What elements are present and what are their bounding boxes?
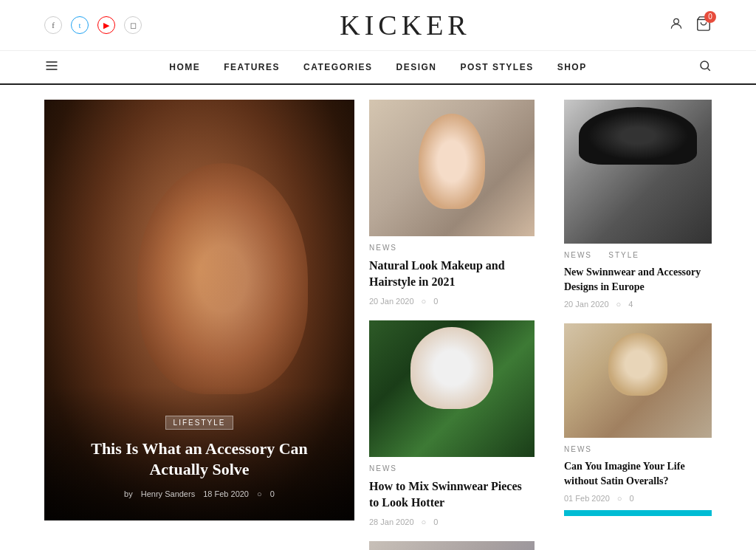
nav-item-design[interactable]: DESIGN xyxy=(396,61,437,73)
cart-icon[interactable]: 0 xyxy=(695,16,712,35)
hamburger-menu[interactable] xyxy=(44,58,59,77)
right-1-title: New Swinnwear and Accessory Designs in E… xyxy=(564,265,712,294)
nav-bar: HOME FEATURES CATEGORIES DESIGN POST STY… xyxy=(0,51,756,85)
right-1-cat-news: NEWS xyxy=(564,251,592,259)
article-2-title: How to Mix Swinnwear Pieces to Look Hott… xyxy=(369,478,535,512)
right-1-comments: 4 xyxy=(628,300,633,309)
article-2-date: 28 Jan 2020 xyxy=(369,518,414,526)
svg-line-6 xyxy=(707,68,709,70)
article-card-1[interactable]: NEWS Natural Look Makeup and Hairstyle i… xyxy=(369,100,535,306)
article-2-category: NEWS xyxy=(369,464,535,472)
featured-author-label: by xyxy=(124,489,133,498)
right-2-category: NEWS xyxy=(564,445,712,453)
featured-post[interactable]: LIFESTYLE This Is What an Accessory Can … xyxy=(44,100,354,520)
featured-meta: by Henry Sanders 18 Feb 2020 ○ 0 xyxy=(66,489,332,498)
article-2-comment-icon: ○ xyxy=(422,518,427,526)
nav-item-shop[interactable]: SHOP xyxy=(557,61,587,73)
teal-accent-bar xyxy=(564,510,712,516)
article-image-3 xyxy=(369,541,535,550)
nav-link-shop[interactable]: SHOP xyxy=(557,62,587,72)
right-1-date: 20 Jan 2020 xyxy=(564,300,609,309)
right-2-date: 01 Feb 2020 xyxy=(564,494,610,503)
article-1-title: Natural Look Makeup and Hairstyle in 202… xyxy=(369,258,535,291)
featured-comments: 0 xyxy=(270,489,275,498)
twitter-icon[interactable]: t xyxy=(71,16,89,34)
article-2-meta: 28 Jan 2020 ○ 0 xyxy=(369,518,535,526)
facebook-icon[interactable]: f xyxy=(44,16,62,34)
article-1-comment-icon: ○ xyxy=(422,297,427,306)
featured-overlay: LIFESTYLE This Is What an Accessory Can … xyxy=(44,386,354,520)
right-image-2 xyxy=(564,323,712,438)
article-1-date: 20 Jan 2020 xyxy=(369,297,414,306)
right-2-title: Can You Imagine Your Life without Satin … xyxy=(564,459,712,488)
featured-category: LIFESTYLE xyxy=(165,416,234,430)
article-2-comments: 0 xyxy=(433,518,438,526)
right-2-comments: 0 xyxy=(629,494,633,503)
header-top: f t ▶ ◻ KICKER 0 xyxy=(0,0,756,51)
cart-badge: 0 xyxy=(704,11,716,23)
right-1-category: NEWS STYLE xyxy=(564,251,712,259)
search-icon[interactable] xyxy=(698,59,712,76)
right-2-meta: 01 Feb 2020 ○ 0 xyxy=(564,494,712,503)
nav-link-design[interactable]: DESIGN xyxy=(396,62,437,72)
nav-link-home[interactable]: HOME xyxy=(169,62,200,72)
right-1-meta: 20 Jan 2020 ○ 4 xyxy=(564,300,712,309)
article-card-3[interactable] xyxy=(369,541,535,550)
right-article-1[interactable]: NEWS STYLE New Swinnwear and Accessory D… xyxy=(564,100,712,309)
nav-item-post-styles[interactable]: POST STYLES xyxy=(461,61,534,73)
article-image-1 xyxy=(369,100,535,236)
nav-links: HOME FEATURES CATEGORIES DESIGN POST STY… xyxy=(169,61,586,73)
main-content: LIFESTYLE This Is What an Accessory Can … xyxy=(0,100,756,550)
featured-author: Henry Sanders xyxy=(141,489,195,498)
right-image-1 xyxy=(564,100,712,244)
user-icon[interactable] xyxy=(669,16,684,35)
nav-item-home[interactable]: HOME xyxy=(169,61,200,73)
featured-date: 18 Feb 2020 xyxy=(203,489,249,498)
nav-link-categories[interactable]: CATEGORIES xyxy=(303,62,372,72)
middle-column: NEWS Natural Look Makeup and Hairstyle i… xyxy=(354,100,549,550)
social-icons: f t ▶ ◻ xyxy=(44,16,142,34)
article-1-comments: 0 xyxy=(433,297,438,306)
featured-comment-icon: ○ xyxy=(257,489,262,498)
nav-item-features[interactable]: FEATURES xyxy=(224,61,280,73)
nav-item-categories[interactable]: CATEGORIES xyxy=(303,61,372,73)
svg-point-5 xyxy=(701,61,709,69)
nav-link-features[interactable]: FEATURES xyxy=(224,62,280,72)
article-1-meta: 20 Jan 2020 ○ 0 xyxy=(369,297,535,306)
article-image-2 xyxy=(369,320,535,457)
youtube-icon[interactable]: ▶ xyxy=(97,16,115,34)
article-card-2[interactable]: NEWS How to Mix Swinnwear Pieces to Look… xyxy=(369,320,535,526)
site-logo[interactable]: KICKER xyxy=(142,9,669,41)
right-1-cat-style: STYLE xyxy=(608,251,639,259)
right-1-comment-icon: ○ xyxy=(616,300,622,309)
instagram-icon[interactable]: ◻ xyxy=(124,16,142,34)
nav-link-post-styles[interactable]: POST STYLES xyxy=(461,62,534,72)
article-1-category: NEWS xyxy=(369,244,535,252)
featured-title: This Is What an Accessory Can Actually S… xyxy=(66,439,332,481)
right-article-2[interactable]: NEWS Can You Imagine Your Life without S… xyxy=(564,323,712,516)
header-icons: 0 xyxy=(669,16,712,35)
right-column: NEWS STYLE New Swinnwear and Accessory D… xyxy=(549,100,712,550)
svg-point-0 xyxy=(674,18,679,24)
right-2-comment-icon: ○ xyxy=(617,494,622,503)
